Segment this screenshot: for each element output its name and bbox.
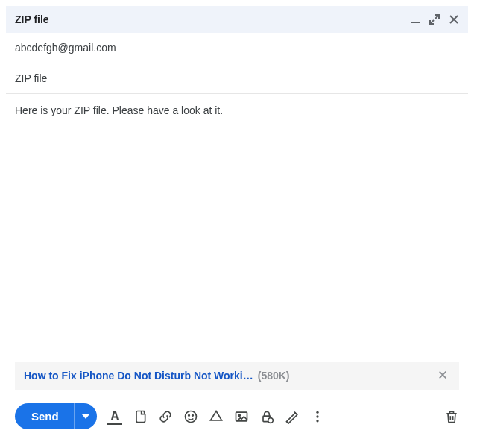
recipients-field[interactable]: abcdefgh@gmail.com	[6, 33, 468, 63]
expand-icon[interactable]	[429, 14, 440, 25]
window-actions	[410, 14, 459, 25]
attach-file-icon[interactable]	[133, 409, 148, 424]
svg-point-9	[192, 414, 193, 416]
toolbar-left: Send	[15, 403, 325, 429]
svg-point-13	[268, 417, 273, 423]
svg-point-8	[188, 414, 189, 416]
close-icon[interactable]	[449, 14, 459, 25]
formatting-icon[interactable]	[107, 408, 122, 425]
recipient-value: abcdefgh@gmail.com	[15, 42, 116, 54]
svg-point-14	[316, 411, 318, 413]
minimize-icon[interactable]	[410, 14, 420, 25]
svg-point-11	[238, 414, 241, 417]
send-split-button: Send	[15, 403, 97, 429]
subject-value: ZIP file	[15, 72, 47, 84]
discard-draft-icon[interactable]	[444, 409, 459, 424]
compose-window: ZIP file abcdefgh@gmail.com ZIP file Her…	[6, 6, 468, 438]
svg-point-7	[185, 411, 196, 422]
send-options-button[interactable]	[74, 403, 97, 429]
svg-point-15	[316, 415, 318, 417]
compose-toolbar: Send	[6, 397, 468, 438]
confidential-mode-icon[interactable]	[259, 409, 274, 424]
attachment-name: How to Fix iPhone Do Not Disturb Not Wor…	[24, 370, 253, 382]
insert-signature-icon[interactable]	[285, 409, 300, 424]
attachment-info[interactable]: How to Fix iPhone Do Not Disturb Not Wor…	[24, 370, 290, 382]
compose-title: ZIP file	[15, 13, 49, 25]
insert-link-icon[interactable]	[158, 409, 173, 424]
more-options-icon[interactable]	[310, 409, 325, 424]
attachment-size: (580K)	[258, 370, 290, 382]
message-body[interactable]: Here is your ZIP file. Please have a loo…	[6, 94, 468, 356]
compose-header: ZIP file	[6, 6, 468, 33]
attachment-remove-icon[interactable]	[435, 369, 450, 382]
insert-photo-icon[interactable]	[234, 409, 249, 424]
attachment-chip: How to Fix iPhone Do Not Disturb Not Wor…	[15, 362, 459, 390]
svg-point-16	[316, 420, 318, 422]
body-text: Here is your ZIP file. Please have a loo…	[15, 104, 223, 116]
insert-drive-icon[interactable]	[209, 409, 224, 424]
subject-field[interactable]: ZIP file	[6, 63, 468, 94]
send-button[interactable]: Send	[15, 403, 74, 429]
insert-emoji-icon[interactable]	[183, 409, 198, 424]
